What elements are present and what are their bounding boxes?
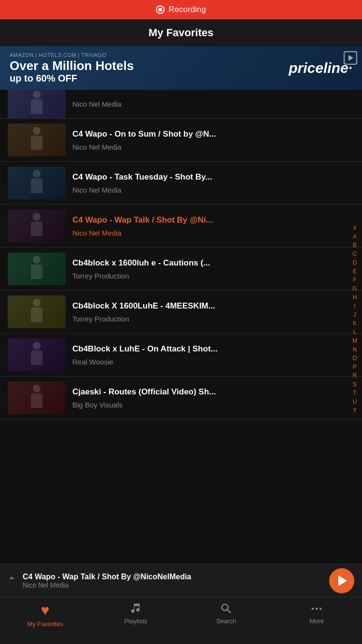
item-info: Cb4block x 1600luh e - Cautions (... Tor…: [66, 258, 354, 280]
list-item[interactable]: Cjaeski - Routes (Official Video) Sh... …: [0, 377, 362, 420]
page-header: My Favorites: [0, 19, 362, 46]
item-title: Cb4block x 1600luh e - Cautions (...: [72, 258, 340, 268]
alpha-M[interactable]: M: [352, 336, 357, 345]
item-channel: Torrey Production: [72, 272, 340, 280]
search-icon: [220, 602, 233, 616]
nav-item-my-favorites[interactable]: ♥ My Favorites: [0, 602, 91, 628]
item-info: Cb4Block x LuhE - On Attack | Shot... Re…: [66, 344, 354, 365]
item-info: C4 Wapo - On to Sum / Shot by @N... Nico…: [66, 129, 354, 151]
page-title: My Favorites: [149, 27, 214, 39]
now-playing-channel: Nico Nel Media: [23, 581, 322, 589]
item-thumbnail: [8, 210, 66, 242]
alpha-O[interactable]: O: [352, 354, 357, 363]
alpha-A[interactable]: A: [353, 232, 357, 241]
alpha-N[interactable]: N: [353, 345, 357, 354]
more-icon: [310, 602, 323, 616]
svg-point-0: [312, 608, 314, 610]
play-icon: [338, 575, 347, 586]
list-item[interactable]: Cb4block X 1600LuhE - 4MEESKIM... Torrey…: [0, 291, 362, 334]
nav-item-playlists[interactable]: Playlists: [91, 602, 181, 625]
item-info: Cjaeski - Routes (Official Video) Sh... …: [66, 387, 354, 408]
list-item[interactable]: Cb4block x 1600luh e - Cautions (... Tor…: [0, 248, 362, 291]
nav-item-more[interactable]: More: [272, 602, 362, 625]
item-info: Cb4block X 1600LuhE - 4MEESKIM... Torrey…: [66, 301, 354, 322]
item-channel: Torrey Production: [72, 315, 340, 323]
alpha-F[interactable]: F: [353, 276, 356, 284]
item-thumbnail: [8, 338, 66, 371]
ad-play-icon: [348, 55, 353, 61]
music-note-icon: [129, 602, 142, 616]
nav-item-search[interactable]: Search: [181, 602, 272, 625]
item-title: Cb4Block x LuhE - On Attack | Shot...: [72, 344, 340, 354]
nav-label-search: Search: [216, 617, 236, 625]
alpha-R[interactable]: R: [353, 371, 357, 380]
item-channel: Nico Nel Media: [72, 229, 340, 237]
item-channel: Nico Nel Media: [72, 143, 340, 151]
recording-text: Recording: [168, 5, 206, 14]
ad-over-text: AMAZON | HOTELS.COM | TRIVAGO: [10, 52, 284, 58]
list-item[interactable]: C4 Wapo - On to Sum / Shot by @N... Nico…: [0, 119, 362, 162]
svg-point-1: [316, 608, 318, 610]
now-playing-title: C4 Wapo - Wap Talk / Shot By @NicoNelMed…: [23, 573, 322, 581]
alpha-T[interactable]: T: [353, 389, 356, 397]
item-title: C4 Wapo - Task Tuesday - Shot By...: [72, 172, 340, 182]
alpha-H[interactable]: H: [353, 293, 357, 302]
item-thumbnail: [8, 124, 66, 156]
alpha-S[interactable]: S: [353, 380, 357, 389]
collapse-icon[interactable]: ⌃: [8, 575, 16, 587]
favorites-list: Nico Nel Media C4 Wapo - On to Sum / Sho…: [0, 90, 362, 548]
svg-point-2: [320, 608, 322, 610]
item-thumbnail: [8, 167, 66, 199]
item-info: C4 Wapo - Task Tuesday - Shot By... Nico…: [66, 172, 354, 194]
heart-icon: ♥: [41, 602, 50, 618]
item-title: Cb4block X 1600LuhE - 4MEESKIM...: [72, 301, 340, 311]
alpha-L[interactable]: L: [353, 328, 357, 336]
item-title: Cjaeski - Routes (Official Video) Sh...: [72, 387, 340, 397]
alpha-hash[interactable]: #: [353, 224, 357, 232]
item-channel: Nico Nel Media: [72, 186, 340, 194]
now-playing-info: C4 Wapo - Wap Talk / Shot By @NicoNelMed…: [23, 573, 322, 589]
item-channel: Nico Nel Media: [72, 100, 340, 108]
list-item[interactable]: Cb4Block x LuhE - On Attack | Shot... Re…: [0, 334, 362, 377]
recording-icon: [156, 5, 165, 14]
alpha-U[interactable]: U: [353, 397, 357, 406]
list-item[interactable]: Nico Nel Media: [0, 90, 362, 119]
list-item[interactable]: C4 Wapo - Task Tuesday - Shot By... Nico…: [0, 162, 362, 205]
alphabet-index[interactable]: # A B C D E F G H I J K L M N O P R S T …: [348, 90, 362, 548]
alpha-I[interactable]: I: [354, 302, 355, 310]
item-title: C4 Wapo - Wap Talk / Shot By @Ni...: [72, 215, 340, 225]
list-item-active[interactable]: C4 Wapo - Wap Talk / Shot By @Ni... Nico…: [0, 205, 362, 248]
alpha-P[interactable]: P: [353, 363, 357, 371]
item-thumbnail: [8, 90, 66, 119]
ad-banner[interactable]: AMAZON | HOTELS.COM | TRIVAGO Over a Mil…: [0, 46, 362, 90]
recording-bar: Recording: [0, 0, 362, 19]
item-info: Nico Nel Media: [66, 100, 354, 108]
alpha-B[interactable]: B: [353, 241, 357, 250]
item-info: C4 Wapo - Wap Talk / Shot By @Ni... Nico…: [66, 215, 354, 237]
alpha-D[interactable]: D: [353, 258, 357, 267]
alpha-E[interactable]: E: [353, 267, 357, 276]
item-channel: Big Boy Visuals: [72, 401, 340, 409]
item-thumbnail: [8, 295, 66, 328]
ad-sub-text: up to 60% OFF: [10, 73, 284, 84]
alpha-C[interactable]: C: [353, 250, 357, 258]
item-thumbnail: [8, 381, 66, 414]
ad-main-text: Over a Million Hotels: [10, 59, 284, 73]
now-playing-bar[interactable]: ⌃ C4 Wapo - Wap Talk / Shot By @NicoNelM…: [0, 564, 362, 597]
alpha-Y[interactable]: Y: [353, 406, 357, 415]
bottom-navigation: ♥ My Favorites Playlists Search More: [0, 597, 362, 644]
nav-label-playlists: Playlists: [124, 617, 147, 625]
ad-play-button[interactable]: [344, 51, 357, 65]
alpha-G[interactable]: G: [352, 284, 357, 293]
ad-logo: priceline·: [289, 60, 352, 76]
alpha-J[interactable]: J: [353, 310, 356, 319]
item-channel: Real Woosie: [72, 358, 340, 366]
play-button[interactable]: [329, 568, 354, 593]
alpha-K[interactable]: K: [353, 319, 357, 328]
item-title: C4 Wapo - On to Sum / Shot by @N...: [72, 129, 340, 140]
ad-text-block: AMAZON | HOTELS.COM | TRIVAGO Over a Mil…: [10, 52, 284, 84]
item-thumbnail: [8, 252, 66, 285]
nav-label-my-favorites: My Favorites: [28, 620, 63, 628]
nav-label-more: More: [309, 617, 324, 625]
